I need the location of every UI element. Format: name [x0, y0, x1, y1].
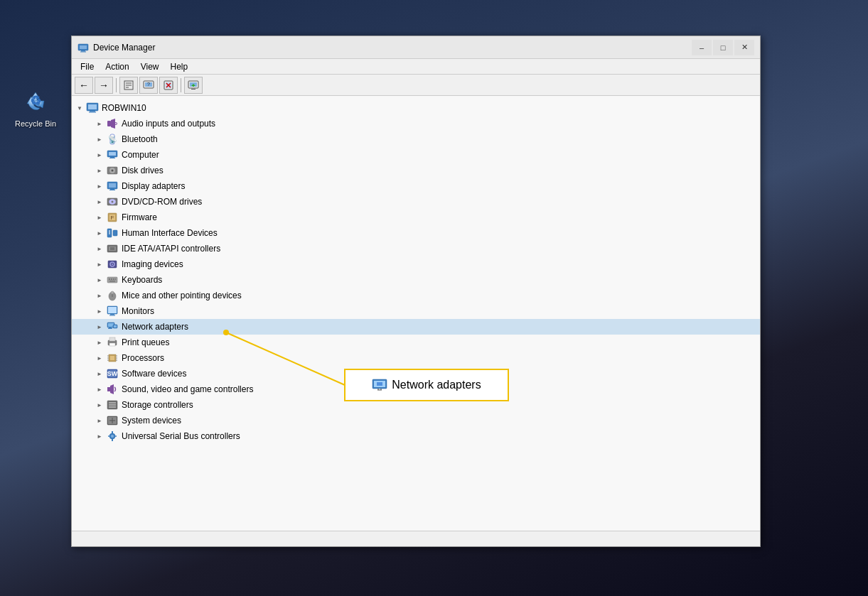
device-label: Print queues [122, 337, 169, 347]
expand-icon[interactable]: ► [95, 212, 105, 222]
expand-icon[interactable]: ► [95, 353, 105, 363]
expand-icon[interactable]: ► [95, 337, 105, 347]
tree-item[interactable]: ►Human Interface Devices [72, 225, 760, 241]
menu-action[interactable]: Action [100, 60, 134, 73]
device-icon [106, 383, 119, 396]
tree-root: ▼ ROBWIN10 ►Audio inputs and outputs►📡Bl… [72, 99, 760, 445]
svg-rect-29 [110, 157, 114, 158]
tree-item[interactable]: ►SWSoftware devices [72, 366, 760, 381]
svg-rect-4 [80, 51, 86, 52]
expand-icon[interactable]: ► [95, 384, 105, 394]
device-label: Firmware [122, 212, 157, 222]
tree-item[interactable]: ►Processors [72, 350, 760, 366]
tree-item[interactable]: ►Universal Serial Bus controllers [72, 428, 760, 444]
tree-item[interactable]: ►Keyboards [72, 272, 760, 288]
device-icon: 📡 [106, 133, 119, 146]
device-label: Sound, video and game controllers [122, 384, 253, 394]
device-icon [106, 258, 119, 271]
scan-button[interactable] [184, 77, 203, 94]
svg-rect-37 [109, 190, 115, 190]
menu-file[interactable]: File [75, 60, 100, 73]
device-label: Imaging devices [122, 259, 183, 269]
tree-item[interactable]: ►IDE ATA/ATAPI controllers [72, 241, 760, 256]
device-label: Audio inputs and outputs [122, 119, 215, 129]
back-button[interactable]: ← [75, 77, 93, 94]
tree-item[interactable]: ►FFirmware [72, 210, 760, 225]
expand-icon[interactable]: ► [95, 150, 105, 160]
tree-item[interactable]: ►Mice and other pointing devices [72, 288, 760, 303]
tree-item[interactable]: ►📡Bluetooth [72, 131, 760, 147]
svg-rect-20 [88, 104, 97, 109]
tree-item[interactable]: ►Network adapters [72, 319, 760, 335]
tree-item[interactable]: ►Display adapters [72, 178, 760, 194]
svg-rect-92 [109, 404, 116, 406]
tree-item[interactable]: ►Monitors [72, 303, 760, 319]
tree-item[interactable]: ►DVD/CD-ROM drives [72, 194, 760, 210]
expand-icon[interactable]: ► [95, 181, 105, 191]
tree-item[interactable]: ►Storage controllers [72, 397, 760, 413]
svg-rect-66 [108, 307, 117, 313]
svg-rect-2 [80, 45, 87, 49]
expand-icon[interactable]: ► [95, 306, 105, 316]
expand-icon[interactable]: ► [95, 244, 105, 254]
device-label: System devices [122, 416, 181, 426]
svg-rect-71 [109, 327, 112, 328]
close-button[interactable]: ✕ [734, 40, 754, 55]
svg-text:F: F [111, 215, 114, 221]
svg-point-64 [111, 291, 114, 294]
expand-icon[interactable]: ► [95, 166, 105, 175]
expand-icon[interactable]: ► [95, 228, 105, 238]
device-tree[interactable]: ▼ ROBWIN10 ►Audio inputs and outputs►📡Bl… [72, 96, 760, 531]
menu-help[interactable]: Help [165, 60, 194, 73]
svg-rect-18 [191, 89, 195, 90]
tree-item[interactable]: ►Computer [72, 147, 760, 163]
expand-icon[interactable]: ► [95, 431, 105, 441]
tree-item[interactable]: ►Print queues [72, 335, 760, 350]
recycle-bin-icon[interactable]: ♻ Recycle Bin [7, 88, 64, 128]
svg-rect-57 [109, 278, 110, 280]
update-driver-button[interactable]: ? [139, 77, 158, 94]
expand-icon[interactable]: ► [95, 275, 105, 285]
svg-text:📡: 📡 [108, 135, 117, 144]
minimize-button[interactable]: – [692, 40, 712, 55]
menu-bar: File Action View Help [72, 59, 760, 75]
device-icon [106, 320, 119, 333]
device-icon [106, 195, 119, 208]
device-label: Computer [122, 150, 159, 160]
expand-icon[interactable]: ► [95, 322, 105, 332]
menu-view[interactable]: View [135, 60, 165, 73]
device-icon [106, 414, 119, 427]
svg-point-99 [111, 435, 114, 438]
device-icon: SW [106, 367, 119, 380]
expand-icon[interactable]: ► [95, 134, 105, 144]
maximize-button[interactable]: □ [713, 40, 733, 55]
tree-root-item[interactable]: ▼ ROBWIN10 [72, 100, 760, 116]
device-icon [106, 336, 119, 349]
tree-item[interactable]: ►Audio inputs and outputs [72, 116, 760, 131]
expand-icon[interactable]: ► [95, 259, 105, 269]
device-label: Human Interface Devices [122, 228, 218, 238]
svg-rect-74 [114, 325, 117, 327]
uninstall-button[interactable] [159, 77, 178, 94]
expand-icon[interactable]: ► [95, 416, 105, 426]
svg-rect-59 [113, 278, 114, 280]
root-expand-icon[interactable]: ▼ [75, 103, 85, 113]
expand-icon[interactable]: ► [95, 400, 105, 410]
expand-icon[interactable]: ► [95, 119, 105, 129]
forward-button[interactable]: → [95, 77, 113, 94]
tree-item[interactable]: ►Imaging devices [72, 256, 760, 272]
expand-icon[interactable]: ► [95, 369, 105, 379]
svg-rect-89 [107, 387, 110, 391]
expand-icon[interactable]: ► [95, 291, 105, 300]
device-icon [106, 399, 119, 411]
properties-button[interactable] [119, 77, 138, 94]
device-icon [106, 430, 119, 443]
toolbar-separator-2 [181, 78, 181, 92]
expand-icon[interactable]: ► [95, 197, 105, 207]
device-label: Universal Serial Bus controllers [122, 431, 240, 441]
svg-point-24 [115, 123, 117, 125]
tree-item[interactable]: ►Sound, video and game controllers [72, 381, 760, 397]
tree-item[interactable]: ►System devices [72, 413, 760, 428]
svg-rect-23 [107, 121, 111, 126]
tree-item[interactable]: ►Disk drives [72, 163, 760, 178]
